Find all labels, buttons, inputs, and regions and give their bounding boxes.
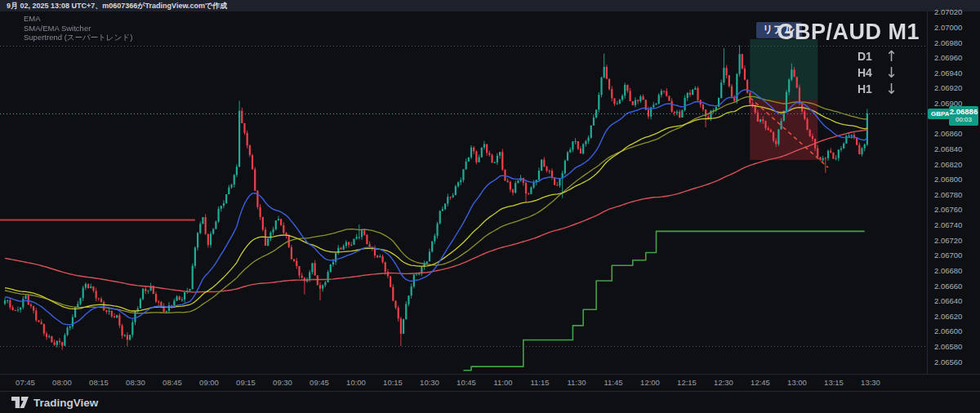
price-tick-label: 2.06960 <box>934 53 962 62</box>
price-tick-label: 2.06580 <box>934 342 962 351</box>
time-axis-label: 08:15 <box>89 378 109 387</box>
attribution-text: 9月 02, 2025 13:08 UTC+7、m0607366がTrading… <box>7 2 227 10</box>
time-axis-label: 13:15 <box>824 378 844 387</box>
price-tick-label: 2.06560 <box>934 357 962 366</box>
time-axis-label: 10:00 <box>346 378 366 387</box>
time-axis-label: 08:00 <box>52 378 72 387</box>
price-tick-label: 2.06980 <box>934 38 962 47</box>
time-axis-label: 11:30 <box>567 378 586 387</box>
price-tick-label: 2.06920 <box>934 83 962 92</box>
price-tick-label: 2.06720 <box>934 236 962 245</box>
price-tick-label: 2.06940 <box>934 69 962 78</box>
time-axis-label: 08:45 <box>163 378 182 387</box>
legend-item-ema[interactable]: EMA <box>24 14 132 24</box>
price-tick-label: 2.06800 <box>934 175 962 184</box>
current-price-badge[interactable]: 2.06886 00:03 <box>949 106 978 126</box>
price-tick-label: 2.06740 <box>934 220 962 229</box>
time-axis-label: 12:45 <box>751 378 770 387</box>
current-price-value: 2.06886 <box>949 107 978 116</box>
time-axis-label: 09:15 <box>236 378 256 387</box>
price-tick-label: 2.06840 <box>934 144 962 153</box>
tradingview-chart-window: 9月 02, 2025 13:08 UTC+7、m0607366がTrading… <box>0 0 980 413</box>
legend-item-supertrend[interactable]: Supertrend (スーパートレンド) <box>24 33 132 42</box>
time-axis-label: 13:00 <box>787 378 807 387</box>
timeframe-bias-panel: D1 ↑ H4 ↓ H1 ↓ <box>858 48 903 97</box>
up-arrow-icon: ↑ <box>885 48 903 64</box>
price-tick-label: 2.06700 <box>934 251 962 260</box>
time-axis-label: 12:15 <box>677 378 697 387</box>
symbol-watermark-title: GBP/AUD M1 <box>777 20 920 45</box>
price-tick-label: 2.07020 <box>934 7 962 16</box>
price-tick-label: 2.06820 <box>934 160 962 169</box>
time-axis-label: 07:45 <box>16 378 35 387</box>
time-axis-label: 09:45 <box>310 378 329 387</box>
price-axis[interactable]: 2.070202.070002.069802.069602.069402.069… <box>927 11 980 374</box>
price-tick-label: 2.06780 <box>934 190 962 199</box>
time-axis-label: 12:00 <box>640 378 660 387</box>
time-axis-label: 11:45 <box>604 378 622 387</box>
price-tick-label: 2.06600 <box>934 326 962 335</box>
price-chart-canvas[interactable] <box>0 11 927 374</box>
tf-label-h1: H1 <box>858 81 885 97</box>
legend-item-sma-ema-switcher[interactable]: SMA/EMA Switcher <box>24 24 132 33</box>
tradingview-logo-icon <box>11 397 29 409</box>
chart-attribution-bar: 9月 02, 2025 13:08 UTC+7、m0607366がTrading… <box>0 0 980 11</box>
price-tick-label: 2.06680 <box>934 266 962 275</box>
price-tick-label: 2.07000 <box>934 23 962 32</box>
price-tick-label: 2.06860 <box>934 129 962 138</box>
time-axis-label: 11:15 <box>530 378 549 387</box>
time-axis-label: 10:45 <box>457 378 476 387</box>
indicator-legend: EMA SMA/EMA Switcher Supertrend (スーパートレン… <box>24 14 132 42</box>
time-axis-label: 13:30 <box>861 378 880 387</box>
time-axis-label: 08:30 <box>126 378 145 387</box>
chart-plot-area[interactable] <box>0 11 927 374</box>
candle-countdown: 00:03 <box>949 116 978 124</box>
down-arrow-icon: ↓ <box>885 64 903 81</box>
time-axis-label: 10:30 <box>420 378 439 387</box>
price-tick-label: 2.06620 <box>934 312 962 321</box>
tf-label-d1: D1 <box>858 48 885 64</box>
time-axis-label: 12:30 <box>714 378 733 387</box>
time-axis-label: 10:15 <box>383 378 403 387</box>
time-axis-label: 09:30 <box>273 378 292 387</box>
tf-label-h4: H4 <box>858 64 885 81</box>
down-arrow-icon: ↓ <box>885 81 903 97</box>
price-tick-label: 2.06660 <box>934 282 962 291</box>
tradingview-logo-text: TradingView <box>33 397 98 409</box>
time-axis-label: 09:00 <box>199 378 219 387</box>
price-tick-label: 2.06760 <box>934 205 962 214</box>
tradingview-logo[interactable]: TradingView <box>11 397 98 409</box>
time-axis-label: 11:00 <box>493 378 512 387</box>
price-tick-label: 2.06640 <box>934 296 962 305</box>
time-axis[interactable]: 07:4508:0008:1508:3008:4509:0009:1509:30… <box>0 374 980 392</box>
